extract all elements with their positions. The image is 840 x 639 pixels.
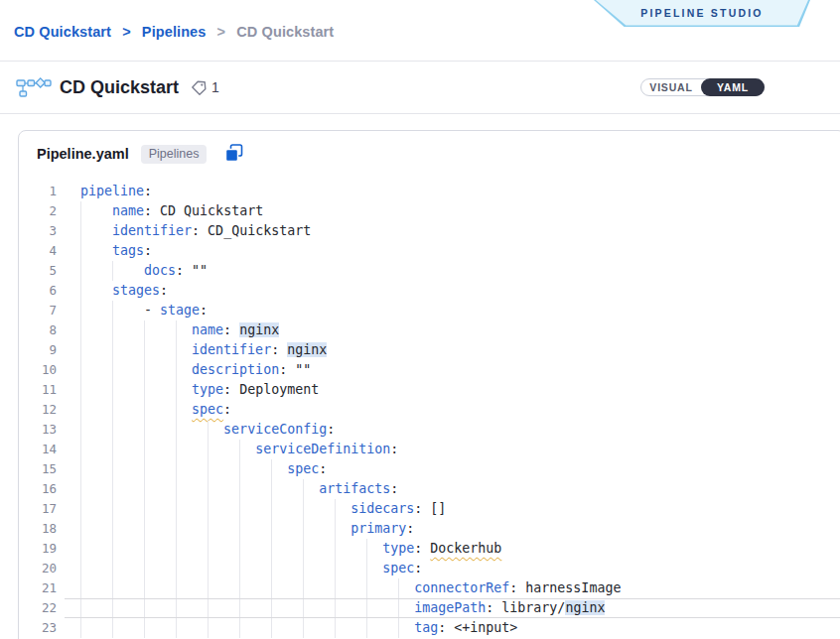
code-line[interactable]: 4 tags: [19, 241, 840, 261]
code-content[interactable]: type: Deployment [65, 380, 840, 400]
line-number: 18 [19, 519, 57, 539]
code-line[interactable]: 10 description: "" [19, 360, 840, 380]
breadcrumb-pipelines-link[interactable]: Pipelines [142, 24, 207, 40]
code-line[interactable]: 14 serviceDefinition: [19, 440, 840, 459]
code-line[interactable]: 9 identifier: nginx [19, 340, 840, 360]
page-title: CD Quickstart [60, 77, 179, 98]
yaml-editor-card: Pipeline.yaml Pipelines 1pipeline:2 name… [18, 130, 840, 639]
code-line[interactable]: 15 spec: [19, 459, 840, 479]
line-number: 15 [19, 459, 57, 479]
code-line[interactable]: 5 docs: "" [19, 261, 840, 281]
pipeline-toolbar: CD Quickstart 1 VISUAL YAML [0, 62, 840, 114]
code-content[interactable]: stages: [65, 281, 840, 301]
pipeline-studio-banner: PIPELINE STUDIO [594, 0, 810, 27]
line-number: 2 [19, 201, 57, 221]
yaml-card-header: Pipeline.yaml Pipelines [19, 131, 840, 173]
line-number: 23 [19, 618, 57, 638]
code-content[interactable]: sidecars: [] [65, 499, 840, 519]
code-line[interactable]: 20 spec: [19, 559, 840, 578]
line-number: 6 [19, 281, 57, 301]
breadcrumb: CD Quickstart > Pipelines > CD Quickstar… [14, 24, 334, 40]
tag-count-group: 1 [191, 79, 219, 96]
code-line[interactable]: 19 type: Dockerhub [19, 539, 840, 559]
code-content[interactable]: name: CD Quickstart [65, 201, 840, 221]
line-number: 21 [19, 578, 57, 598]
line-number: 5 [19, 261, 57, 281]
breadcrumb-current: CD Quickstart [236, 24, 334, 40]
code-content[interactable]: serviceDefinition: [65, 440, 840, 459]
entity-type-badge: Pipelines [141, 145, 208, 164]
breadcrumb-separator: > [217, 24, 226, 40]
code-line[interactable]: 7 - stage: [19, 301, 840, 320]
code-line[interactable]: 23 tag: <+input> [19, 618, 840, 638]
code-line[interactable]: 17 sidecars: [] [19, 499, 840, 519]
line-number: 20 [19, 559, 57, 578]
code-content[interactable]: primary: [65, 519, 840, 539]
code-content[interactable]: spec: [65, 400, 840, 420]
line-number: 4 [19, 241, 57, 261]
breadcrumb-separator: > [122, 24, 131, 40]
line-number: 8 [19, 320, 57, 340]
code-content[interactable]: pipeline: [65, 182, 840, 201]
code-content[interactable]: name: nginx [65, 320, 840, 340]
visual-yaml-toggle: VISUAL YAML [640, 78, 765, 96]
code-content[interactable]: identifier: CD_Quickstart [65, 221, 840, 241]
code-content[interactable]: type: Dockerhub [65, 539, 840, 559]
code-line[interactable]: 11 type: Deployment [19, 380, 840, 400]
breadcrumb-project-link[interactable]: CD Quickstart [14, 24, 111, 40]
code-line[interactable]: 22 imagePath: library/nginx [19, 598, 840, 618]
code-content[interactable]: imagePath: library/nginx [65, 598, 840, 618]
code-line[interactable]: 18 primary: [19, 519, 840, 539]
line-number: 10 [19, 360, 57, 380]
line-number: 9 [19, 340, 57, 360]
code-line[interactable]: 21 connectorRef: harnessImage [19, 578, 840, 598]
toggle-visual-button[interactable]: VISUAL [641, 79, 701, 95]
code-content[interactable]: connectorRef: harnessImage [65, 578, 840, 598]
top-bar: CD Quickstart > Pipelines > CD Quickstar… [0, 0, 840, 62]
code-line[interactable]: 16 artifacts: [19, 479, 840, 499]
pipeline-icon [16, 76, 52, 98]
code-line[interactable]: 1pipeline: [19, 182, 840, 201]
line-number: 14 [19, 440, 57, 459]
line-number: 7 [19, 301, 57, 320]
line-number: 19 [19, 539, 57, 559]
code-content[interactable]: description: "" [65, 360, 840, 380]
code-line[interactable]: 2 name: CD Quickstart [19, 201, 840, 221]
line-number: 16 [19, 479, 57, 499]
code-line[interactable]: 6 stages: [19, 281, 840, 301]
code-content[interactable]: artifacts: [65, 479, 840, 499]
line-number: 17 [19, 499, 57, 519]
line-number: 11 [19, 380, 57, 400]
code-content[interactable]: spec: [65, 559, 840, 578]
line-number: 13 [19, 420, 57, 440]
copy-icon [224, 143, 244, 163]
code-content[interactable]: identifier: nginx [65, 340, 840, 360]
code-content[interactable]: - stage: [65, 301, 840, 320]
code-content[interactable]: spec: [65, 459, 840, 479]
code-line[interactable]: 12 spec: [19, 400, 840, 420]
line-number: 22 [19, 598, 57, 618]
copy-yaml-button[interactable] [224, 143, 244, 165]
tag-icon [191, 79, 208, 96]
code-line[interactable]: 3 identifier: CD_Quickstart [19, 221, 840, 241]
code-content[interactable]: docs: "" [65, 261, 840, 281]
code-content[interactable]: tag: <+input> [65, 618, 840, 638]
code-content[interactable]: serviceConfig: [65, 420, 840, 440]
pipeline-studio-label: PIPELINE STUDIO [640, 7, 763, 19]
line-number: 3 [19, 221, 57, 241]
yaml-editor[interactable]: 1pipeline:2 name: CD Quickstart3 identif… [19, 173, 840, 638]
line-number: 12 [19, 400, 57, 420]
line-number: 1 [19, 182, 57, 201]
toggle-yaml-button[interactable]: YAML [701, 78, 765, 96]
code-content[interactable]: tags: [65, 241, 840, 261]
code-line[interactable]: 13 serviceConfig: [19, 420, 840, 440]
yaml-filename: Pipeline.yaml [37, 146, 129, 162]
tag-count: 1 [211, 79, 219, 95]
code-line[interactable]: 8 name: nginx [19, 320, 840, 340]
